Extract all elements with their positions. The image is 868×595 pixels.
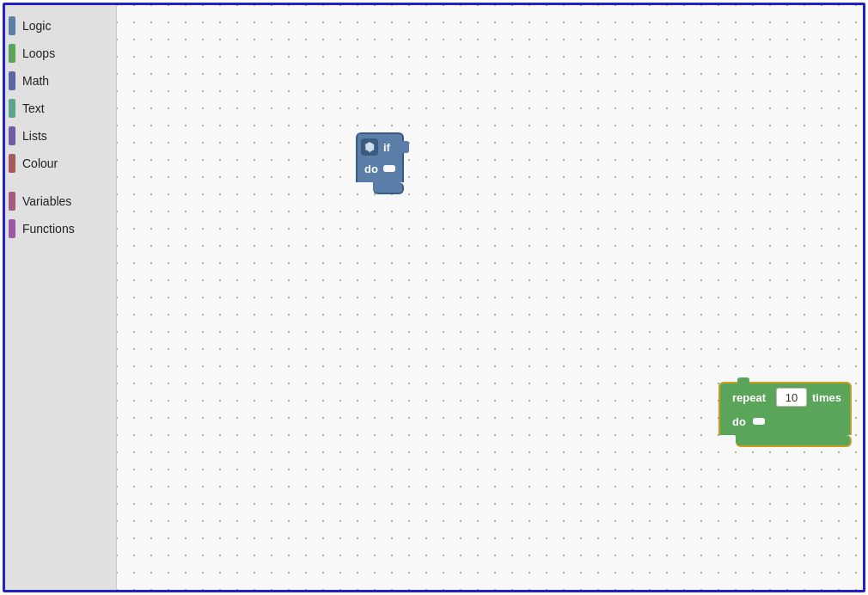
sidebar-label-lists: Lists	[22, 129, 47, 143]
if-top-row: if	[356, 132, 404, 160]
sidebar-color-colour	[9, 154, 15, 173]
sidebar-label-logic: Logic	[22, 19, 51, 33]
repeat-do-label: do	[732, 415, 746, 428]
sidebar-label-text: Text	[22, 101, 45, 115]
sidebar-color-loops	[9, 44, 15, 63]
repeat-top-row: repeat 10 times	[718, 382, 852, 411]
sidebar-color-text	[9, 99, 15, 118]
gear-icon[interactable]	[361, 138, 378, 156]
if-do-row: do	[356, 160, 404, 182]
sidebar-label-colour: Colour	[22, 156, 58, 170]
repeat-suffix-label: times	[812, 391, 841, 404]
app-container: LogicLoopsMathTextListsColourVariablesFu…	[3, 3, 865, 592]
sidebar-item-lists[interactable]: Lists	[5, 122, 116, 150]
sidebar-color-functions	[9, 219, 15, 238]
repeat-inner-notch	[753, 418, 765, 425]
if-inner-notch	[383, 165, 395, 172]
canvas-area[interactable]: if do repeat 10 times do	[117, 5, 863, 590]
sidebar-color-lists	[9, 126, 15, 145]
sidebar-color-logic	[9, 16, 15, 35]
if-do-label: do	[364, 163, 378, 175]
sidebar-item-colour[interactable]: Colour	[5, 150, 116, 177]
if-label: if	[383, 141, 390, 154]
repeat-bottom	[736, 435, 852, 447]
repeat-value: 10	[785, 391, 798, 404]
sidebar-label-math: Math	[22, 74, 49, 88]
repeat-top-bump	[737, 377, 749, 384]
sidebar-label-loops: Loops	[22, 46, 55, 60]
repeat-do-row: do	[718, 411, 852, 435]
sidebar-item-math[interactable]: Math	[5, 67, 116, 95]
repeat-prefix-label: repeat	[732, 391, 766, 404]
sidebar-label-variables: Variables	[22, 194, 71, 208]
sidebar-label-functions: Functions	[22, 222, 75, 236]
sidebar-item-loops[interactable]: Loops	[5, 40, 116, 67]
sidebar-item-logic[interactable]: Logic	[5, 12, 116, 40]
sidebar-item-text[interactable]: Text	[5, 95, 116, 122]
sidebar-color-variables	[9, 192, 15, 211]
if-block[interactable]: if do	[356, 132, 404, 194]
sidebar-item-functions[interactable]: Functions	[5, 215, 116, 242]
repeat-block[interactable]: repeat 10 times do	[718, 382, 852, 447]
sidebar-item-variables[interactable]: Variables	[5, 187, 116, 215]
sidebar-color-math	[9, 71, 15, 90]
sidebar: LogicLoopsMathTextListsColourVariablesFu…	[5, 5, 117, 590]
repeat-value-input[interactable]: 10	[776, 388, 807, 407]
if-bottom	[373, 182, 404, 194]
